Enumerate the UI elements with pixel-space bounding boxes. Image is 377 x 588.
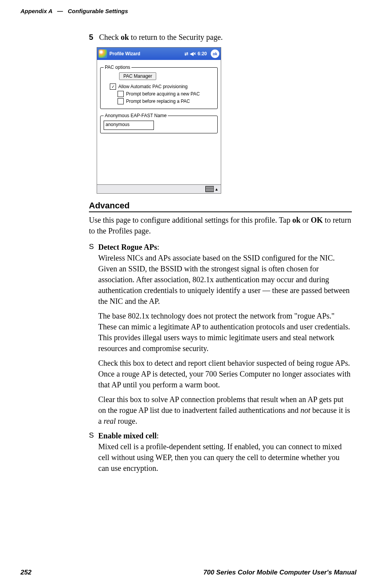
header-section: Configurable Settings: [68, 8, 128, 14]
detect-p3: Check this box to detect and report clie…: [98, 358, 352, 390]
intro-b: or: [300, 216, 311, 224]
mixed-p1: Mixed cell is a profile-dependent settin…: [98, 442, 342, 472]
detect-p4: Clear this box to solve AP connection pr…: [98, 394, 352, 426]
manual-title: 700 Series Color Mobile Computer User's …: [203, 569, 357, 576]
speaker-icon[interactable]: ◀×: [190, 51, 196, 56]
anon-name-group: Anonymous EAP-FAST Name anonymous: [100, 113, 218, 133]
p4-not: not: [300, 406, 310, 414]
system-tray: ⇄ ◀× 6:20 ok: [184, 49, 219, 58]
pac-manager-button[interactable]: PAC Manager: [119, 72, 156, 80]
running-header: Appendix A — Configurable Settings: [20, 8, 357, 14]
mixed-cell-bullet: Enable mixed cell: Mixed cell is a profi…: [89, 430, 352, 474]
anon-name-input[interactable]: anonymous: [104, 121, 154, 130]
advanced-heading: Advanced: [89, 201, 352, 212]
detect-p1: Wireless NICs and APs associate based on…: [98, 254, 350, 305]
windows-start-icon[interactable]: [99, 49, 107, 58]
step-text-b: to return to the Security page.: [129, 33, 223, 41]
appendix-label: Appendix A: [20, 8, 52, 14]
detect-p2: The base 802.1x technology does not prot…: [98, 310, 352, 354]
intro-ok1: ok: [292, 216, 300, 224]
keyboard-icon[interactable]: [205, 186, 214, 192]
titlebar: Profile Wizard ⇄ ◀× 6:20 ok: [97, 48, 221, 60]
profile-wizard-screenshot: Profile Wizard ⇄ ◀× 6:20 ok PAC options …: [97, 47, 221, 194]
detect-title: Detect Rogue APs: [98, 243, 157, 251]
allow-auto-checkbox[interactable]: ✓: [110, 84, 116, 90]
prompt-replace-checkbox[interactable]: [118, 98, 124, 104]
header-dash: —: [57, 8, 63, 14]
detect-rogue-bullet: Detect Rogue APs: Wireless NICs and APs …: [89, 242, 352, 307]
prompt-replace-label: Prompt before replacing a PAC: [126, 99, 190, 104]
step-ok: ok: [121, 33, 129, 41]
mixed-title: Enable mixed cell: [98, 431, 157, 440]
clock: 6:20: [198, 51, 207, 56]
intro-a: Use this page to configure additional se…: [89, 216, 292, 224]
sip-arrow-icon[interactable]: ▴: [215, 186, 218, 192]
prompt-acquire-label: Prompt before acquiring a new PAC: [126, 91, 200, 97]
intro-ok2: OK: [311, 216, 323, 224]
advanced-intro: Use this page to configure additional se…: [89, 215, 352, 236]
connectivity-icon[interactable]: ⇄: [184, 51, 188, 56]
allow-auto-label: Allow Automatic PAC provisioning: [118, 84, 188, 89]
step-text-a: Check: [99, 33, 121, 41]
window-title: Profile Wizard: [109, 51, 184, 56]
page-number: 252: [20, 569, 31, 576]
anon-legend: Anonymous EAP-FAST Name: [104, 113, 168, 118]
prompt-acquire-checkbox[interactable]: [118, 91, 124, 97]
ok-button[interactable]: ok: [211, 49, 219, 58]
p4-c: rouge.: [116, 417, 137, 425]
step-number: 5: [89, 33, 93, 41]
sip-bar: ▴: [97, 184, 221, 193]
pac-options-legend: PAC options: [104, 65, 131, 70]
pac-options-group: PAC options PAC Manager ✓ Allow Automati…: [100, 65, 218, 109]
p4-real: real: [104, 417, 116, 425]
step-5: 5 Check ok to return to the Security pag…: [89, 31, 352, 43]
